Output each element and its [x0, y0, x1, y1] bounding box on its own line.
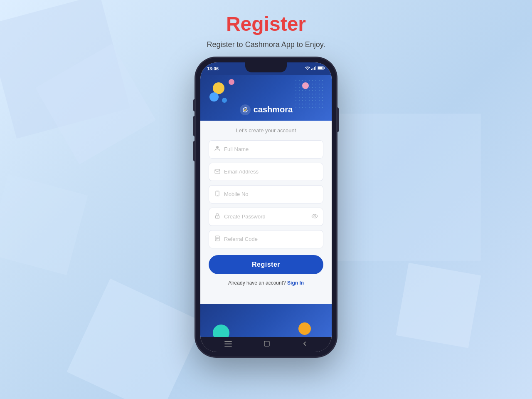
bg-decoration-2 [19, 27, 172, 180]
svg-rect-24 [264, 341, 269, 346]
svg-rect-7 [324, 67, 325, 69]
svg-rect-3 [314, 67, 315, 70]
svg-rect-17 [215, 236, 219, 241]
phone-screen: 13:06 [200, 62, 332, 352]
referral-field[interactable]: Referral Code [209, 230, 323, 248]
page-title: Register [207, 13, 325, 35]
back-icon[interactable] [302, 341, 308, 348]
svg-rect-1 [311, 69, 312, 70]
power-button [337, 107, 339, 132]
app-header: cashmora [200, 75, 332, 121]
svg-point-15 [217, 217, 218, 218]
mobile-placeholder: Mobile No [224, 191, 318, 197]
bg-decoration-5 [366, 233, 511, 378]
wifi-icon [305, 66, 310, 71]
notch [245, 62, 287, 72]
deco-blue-circle [209, 92, 219, 102]
logo-text: cashmora [254, 105, 293, 114]
user-icon [214, 146, 221, 153]
battery-icon [318, 66, 325, 71]
mobile-field[interactable]: Mobile No [209, 185, 323, 203]
home-icon[interactable] [264, 340, 270, 349]
email-icon [214, 169, 221, 175]
mobile-icon [214, 191, 221, 198]
sign-in-row: Already have an account? Sign In [228, 280, 304, 286]
svg-rect-2 [313, 68, 313, 70]
bg-decoration-1 [0, 0, 172, 180]
svg-point-9 [216, 146, 219, 149]
phone-mockup: 13:06 [195, 57, 337, 357]
referral-placeholder: Referral Code [224, 236, 318, 242]
deco-orange-circle [298, 322, 311, 335]
page-subtitle: Register to Cashmora App to Enjoy. [207, 40, 325, 49]
form-subtitle: Let's create your account [236, 127, 296, 134]
nav-bar [200, 337, 332, 352]
bg-decoration-6 [0, 145, 117, 304]
referral-icon [214, 235, 221, 243]
email-field[interactable]: Email Address [209, 163, 323, 181]
phone-frame: 13:06 [195, 57, 337, 357]
menu-icon[interactable] [224, 341, 232, 348]
svg-point-0 [307, 69, 308, 70]
deco-pink-circle [229, 79, 234, 85]
signal-icon [311, 66, 316, 71]
svg-rect-6 [318, 67, 323, 69]
lock-icon [214, 213, 221, 220]
svg-point-12 [217, 195, 218, 196]
deco-teal-circle [213, 325, 229, 337]
volume-down-button [193, 141, 195, 161]
status-bar: 13:06 [200, 62, 332, 75]
app-footer-deco [200, 304, 332, 337]
svg-rect-10 [215, 169, 220, 173]
logo-container: cashmora [239, 104, 293, 116]
full-name-placeholder: Full Name [224, 146, 318, 152]
eye-icon[interactable] [311, 213, 318, 220]
silent-button [193, 99, 195, 112]
volume-up-button [193, 116, 195, 136]
register-button[interactable]: Register [209, 255, 323, 274]
email-placeholder: Email Address [224, 169, 318, 175]
svg-point-16 [314, 216, 315, 217]
app-content[interactable]: Let's create your account Full Name [200, 121, 332, 304]
full-name-field[interactable]: Full Name [209, 140, 323, 159]
deco-blue-small-circle [222, 98, 227, 103]
deco-dots-pattern [294, 79, 323, 108]
svg-rect-4 [315, 66, 316, 70]
page-header: Register Register to Cashmora App to Enj… [207, 13, 325, 49]
password-field[interactable]: Create Password [209, 208, 323, 226]
status-time: 13:06 [207, 66, 219, 71]
password-placeholder: Create Password [224, 213, 308, 220]
sign-in-text: Already have an account? [228, 280, 286, 286]
status-icons [305, 66, 325, 71]
logo-icon [239, 104, 251, 116]
sign-in-link[interactable]: Sign In [287, 280, 304, 286]
